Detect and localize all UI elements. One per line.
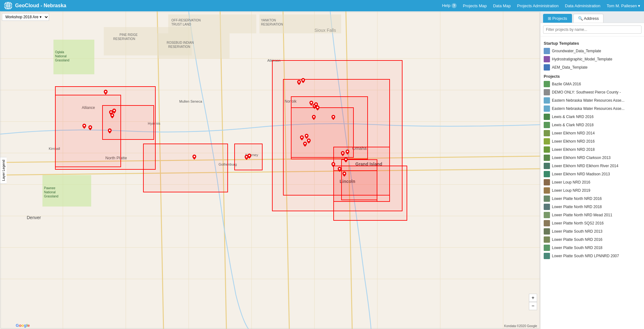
project-thumbnail	[544, 179, 550, 185]
project-name-label: Lewis & Clark NRD 2018	[552, 123, 594, 127]
project-list-item[interactable]: Lower Loup NRD 2019	[541, 186, 644, 195]
tab-address[interactable]: 🔍 Address	[573, 14, 604, 23]
map-pin[interactable]	[316, 105, 319, 111]
map-pin[interactable]	[300, 135, 304, 140]
project-list-item[interactable]: Lower Elkhorn NRD 2016	[541, 137, 644, 145]
svg-point-73	[298, 81, 300, 83]
project-list-item[interactable]: Lower Elkhorn NRD 2014	[541, 129, 644, 137]
project-list-item[interactable]: Lower Elkhorn NRD Madison 2013	[541, 170, 644, 178]
map-pin[interactable]	[346, 150, 349, 155]
project-thumbnail	[544, 196, 550, 202]
project-list-item[interactable]: Lower Elkhorn NRD Clarkson 2013	[541, 154, 644, 162]
map-pin[interactable]	[331, 115, 335, 120]
svg-text:RESERVATION: RESERVATION	[113, 37, 135, 41]
project-list-item[interactable]: Lower Platte South NRD LPNNRD 2007	[541, 252, 644, 260]
nav-data-admin[interactable]: Data Administration	[565, 3, 601, 8]
project-thumbnail	[544, 245, 550, 251]
nav-projects-admin[interactable]: Projects Administration	[517, 3, 558, 8]
project-name-label: Lower Elkhorn NRD Madison 2013	[552, 172, 610, 176]
search-box-container	[541, 23, 644, 37]
map-pin[interactable]	[112, 109, 116, 114]
project-list-item[interactable]: Lower Platte North SQS2 2016	[541, 219, 644, 227]
map-pin[interactable]	[338, 167, 341, 172]
map-pin[interactable]	[341, 151, 345, 156]
help-icon: ?	[452, 3, 457, 8]
project-list-item[interactable]: Lower Platte South NRD 2016	[541, 235, 644, 244]
startup-template-item[interactable]: AEM_Data_Template	[541, 63, 644, 71]
svg-text:YANKTON: YANKTON	[261, 19, 276, 22]
map-pin[interactable]	[104, 90, 108, 95]
startup-template-item[interactable]: Hydrostratigraphic_Model_Template	[541, 55, 644, 63]
map-pin[interactable]	[303, 142, 307, 147]
project-list-item[interactable]: Lower Loup NRD 2016	[541, 178, 644, 186]
nav-help[interactable]: Help ?	[442, 3, 457, 8]
map-pin[interactable]	[342, 172, 346, 177]
project-list-item[interactable]: Eastern Nebraska Water Resources Asse...	[541, 105, 644, 113]
svg-point-66	[110, 111, 112, 113]
project-list-item[interactable]: Eastern Nebraska Water Resources Asse...	[541, 96, 644, 105]
project-list-item[interactable]: Lower Elkhorn NRD Elkhorn River 2014	[541, 162, 644, 170]
map-pin[interactable]	[307, 139, 311, 144]
project-list-item[interactable]: Lower Platte South NRD 2013	[541, 227, 644, 235]
svg-point-86	[347, 151, 348, 152]
svg-point-68	[112, 115, 113, 116]
map-pin[interactable]	[247, 154, 251, 159]
workshop-dropdown[interactable]: Workshop 2018 Are ▾	[2, 13, 49, 21]
project-name-label: Lower Platte South NRD 2013	[552, 229, 602, 234]
map-container[interactable]: Sioux Falls Denver Grand Island Lincoln …	[0, 11, 540, 329]
project-name-label: Lower Platte South NRD 2016	[552, 237, 602, 242]
map-pin[interactable]	[297, 80, 301, 85]
svg-point-85	[342, 152, 344, 154]
project-list-item[interactable]: Lewis & Clark NRD 2018	[541, 121, 644, 129]
map-pin[interactable]	[331, 162, 335, 167]
map-pin[interactable]	[108, 128, 112, 133]
svg-point-82	[308, 140, 310, 141]
svg-text:National: National	[44, 190, 56, 194]
project-thumbnail	[544, 81, 550, 87]
project-search-input[interactable]	[543, 26, 641, 34]
zoom-controls: + −	[529, 294, 537, 310]
map-pin[interactable]	[88, 125, 92, 130]
layer-legend-tab[interactable]: Layer Legend	[0, 157, 7, 184]
map-pin[interactable]	[110, 113, 114, 118]
map-pin[interactable]	[301, 78, 305, 83]
project-name-label: Lower Elkhorn NRD Elkhorn River 2014	[552, 164, 618, 168]
map-pin[interactable]	[82, 124, 86, 129]
svg-point-79	[313, 116, 315, 118]
project-list-item[interactable]: Lower Platte North NRD Mead 2011	[541, 211, 644, 219]
map-pin[interactable]	[192, 155, 196, 160]
app-title: GeoCloud - Nebraska	[15, 3, 66, 9]
main-layout: Sioux Falls Denver Grand Island Lincoln …	[0, 11, 644, 329]
svg-point-72	[249, 155, 250, 156]
project-name-label: DEMO ONLY: Southwest Pierce County -	[552, 90, 621, 94]
zoom-in-button[interactable]: +	[529, 294, 537, 302]
map-pin[interactable]	[344, 157, 348, 162]
startup-templates-list: Groundwater_Data_TemplateHydrostratigrap…	[541, 47, 644, 71]
map-project-rect	[143, 144, 228, 192]
nav-user-menu[interactable]: Tom M. Pallesen ▾	[607, 3, 640, 8]
nav-projects-map[interactable]: Projects Map	[463, 3, 487, 8]
projects-list: Bazile GMA 2016DEMO ONLY: Southwest Pier…	[541, 80, 644, 260]
project-name-label: Bazile GMA 2016	[552, 82, 581, 86]
map-pin[interactable]	[305, 134, 308, 139]
project-thumbnail	[544, 97, 550, 104]
project-name-label: Lower Elkhorn NRD 2016	[552, 139, 595, 144]
project-list-item[interactable]: Bazile GMA 2016	[541, 80, 644, 88]
tab-projects[interactable]: ⊞ Projects	[543, 14, 572, 23]
zoom-out-button[interactable]: −	[529, 302, 537, 310]
right-panel: ⊞ Projects 🔍 Address Startup Templates G…	[540, 11, 644, 329]
startup-template-item[interactable]: Groundwater_Data_Template	[541, 47, 644, 55]
map-pin[interactable]	[312, 115, 316, 120]
svg-text:PINE RIDGE: PINE RIDGE	[119, 33, 138, 37]
svg-point-69	[109, 130, 111, 131]
project-thumbnail	[544, 171, 550, 177]
nav-data-map[interactable]: Data Map	[493, 3, 511, 8]
project-list-item[interactable]: Lewis & Clark NRD 2016	[541, 113, 644, 121]
svg-point-87	[345, 159, 347, 160]
project-list-item[interactable]: Lower Platte North NRD 2018	[541, 203, 644, 211]
project-list-item[interactable]: Lower Platte North NRD 2016	[541, 195, 644, 203]
svg-point-90	[333, 163, 334, 165]
project-list-item[interactable]: Lower Elkhorn NRD 2018	[541, 145, 644, 154]
project-list-item[interactable]: DEMO ONLY: Southwest Pierce County -	[541, 88, 644, 96]
project-list-item[interactable]: Lower Platte South NRD 2018	[541, 244, 644, 252]
